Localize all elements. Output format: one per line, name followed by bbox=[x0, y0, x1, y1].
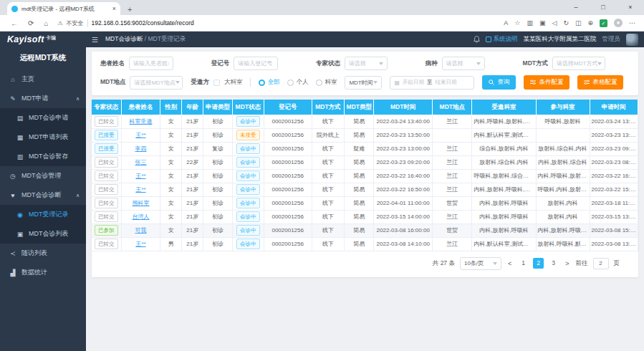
cell-patient-name: 王** bbox=[121, 183, 160, 196]
register-no-input[interactable] bbox=[238, 60, 274, 67]
column-header-invited-depts: 受邀科室 bbox=[472, 100, 536, 115]
search-button[interactable]: 查询 bbox=[482, 75, 516, 90]
reading-list-icon[interactable]: ▥ bbox=[527, 19, 533, 27]
sidebar-item-MDT会诊列表[interactable]: ▣MDT会诊列表 bbox=[0, 224, 86, 244]
cell-mdt-type: 简易 bbox=[345, 237, 374, 251]
date-range-picker[interactable]: ▦ 开始日期 至 结束日期 bbox=[390, 76, 474, 90]
big-dept-checkbox[interactable] bbox=[213, 80, 220, 86]
patient-name-link[interactable]: 张三 bbox=[135, 159, 147, 165]
sidebar-menu: ⌂主页✎MDT申请∧▤MDT会诊申请▦MDT申请列表▥MDT会诊暂存◷MDT会诊… bbox=[0, 69, 86, 282]
restore-button[interactable]: □ bbox=[590, 0, 617, 15]
sidebar-item-数据统计[interactable]: ▟数据统计 bbox=[0, 263, 86, 282]
translate-icon[interactable]: ⊕ bbox=[587, 19, 593, 27]
cell-apply-time: 2022-03-15 13:16:26 bbox=[590, 210, 638, 223]
sidebar-item-MDT会诊管理[interactable]: ◷MDT会诊管理 bbox=[0, 166, 86, 186]
page-size-select[interactable]: 10条/页 bbox=[460, 257, 501, 270]
home-icon[interactable]: ⌂ bbox=[44, 19, 48, 27]
page-number-3[interactable]: 3 bbox=[548, 258, 559, 269]
bell-icon[interactable] bbox=[474, 36, 480, 43]
browser-tab[interactable]: mdt受理记录 - 远程MDT系统 × bbox=[7, 2, 120, 15]
mdt-mode-select[interactable]: 请选择MDT方式 bbox=[552, 57, 605, 70]
condition-config-button[interactable]: 条件配置 bbox=[524, 75, 569, 90]
sidebar-item-MDT会诊暂存[interactable]: ▥MDT会诊暂存 bbox=[0, 147, 86, 166]
radio-all[interactable]: 全部 bbox=[259, 78, 279, 87]
minimize-button[interactable]: – bbox=[562, 0, 590, 15]
cell-age: 21岁 bbox=[182, 183, 203, 196]
sidebar-item-随访列表[interactable]: ≺随访列表 bbox=[0, 244, 86, 263]
tab-close-icon[interactable]: × bbox=[112, 5, 116, 12]
sidebar-item-MDT会诊申请[interactable]: ▤MDT会诊申请 bbox=[0, 108, 86, 128]
patient-name-link[interactable]: 熊科室 bbox=[133, 200, 150, 206]
records-table-card: 专家状态患者姓名性别年龄申请类型MDT状态登记号MDT方式MDT类型MDT时间M… bbox=[92, 100, 638, 277]
patient-name-link[interactable]: 王** bbox=[135, 132, 145, 138]
patient-name-link[interactable]: 科室受邀 bbox=[130, 118, 153, 125]
pagination: 共 27 条 10条/页 < 123 > 前往 页 bbox=[92, 251, 638, 274]
refresh-icon[interactable]: ⟳ bbox=[28, 19, 34, 27]
chevron-up-icon: ∧ bbox=[76, 193, 80, 198]
close-button[interactable]: × bbox=[617, 0, 644, 15]
prev-page-button[interactable]: < bbox=[506, 260, 513, 267]
sidebar-item-MDT申请列表[interactable]: ▦MDT申请列表 bbox=[0, 128, 86, 147]
chevron-up-icon: ∧ bbox=[76, 96, 80, 102]
patient-name-label: 患者姓名 bbox=[100, 59, 125, 68]
time-type-select[interactable]: MDT时间 bbox=[345, 76, 382, 90]
cell-age: 21岁 bbox=[182, 237, 203, 251]
start-date-placeholder: 开始日期 bbox=[403, 79, 424, 86]
not-secure-icon: ⚠ bbox=[57, 20, 62, 27]
table-config-button[interactable]: 表格配置 bbox=[577, 75, 623, 90]
back-icon[interactable]: ← bbox=[11, 19, 18, 27]
patient-name-link[interactable]: 王** bbox=[135, 173, 145, 179]
mute-icon[interactable]: ◁ bbox=[552, 19, 557, 27]
cast-icon[interactable]: ▣ bbox=[539, 19, 546, 27]
record-icon: ◉ bbox=[16, 211, 24, 218]
user-avatar[interactable] bbox=[626, 34, 638, 46]
patient-name-link[interactable]: 王** bbox=[135, 241, 145, 247]
cell-mdt-place: 兰江 bbox=[433, 115, 472, 128]
expert-status-select[interactable]: 请选择 bbox=[345, 57, 388, 70]
sync-icon[interactable]: ↻ bbox=[563, 19, 569, 27]
profile-icon[interactable]: ● bbox=[614, 19, 623, 27]
breadcrumb-section: MDT会诊诊断 bbox=[105, 35, 143, 42]
cell-expert-status: 已接受 bbox=[92, 128, 121, 142]
sidebar-item-MDT会诊诊断[interactable]: ♥MDT会诊诊断∧ bbox=[0, 186, 86, 205]
system-help-link[interactable]: 系统说明 bbox=[486, 35, 518, 44]
patient-name-input[interactable] bbox=[133, 60, 169, 67]
more-menu-icon[interactable]: ⋯ bbox=[629, 19, 635, 27]
register-no-label: 登记号 bbox=[211, 59, 230, 68]
cell-mdt-status: 会诊中 bbox=[232, 237, 264, 251]
disease-select[interactable]: 请选择 bbox=[442, 57, 485, 70]
not-secure-label: 不安全 bbox=[67, 19, 84, 27]
radio-personal[interactable]: 个人 bbox=[287, 78, 308, 87]
mdt-place-select[interactable]: 请选择MDT地点 bbox=[130, 76, 183, 90]
cell-expert-status: 已转交 bbox=[92, 196, 121, 210]
next-page-button[interactable]: > bbox=[564, 260, 570, 267]
cell-invited-depts: 综合科,放射科,内科 bbox=[472, 142, 536, 155]
patient-name-link[interactable]: 王** bbox=[135, 186, 145, 193]
radio-dept[interactable]: 科室 bbox=[316, 78, 337, 87]
menu-toggle-icon[interactable]: ☰ bbox=[92, 36, 98, 44]
sidebar-item-MDT受理记录[interactable]: ◉MDT受理记录 bbox=[0, 205, 86, 224]
page-number-1[interactable]: 1 bbox=[518, 258, 529, 269]
sidebar-item-MDT申请[interactable]: ✎MDT申请∧ bbox=[0, 89, 86, 108]
cell-gender: 女 bbox=[160, 223, 182, 237]
bookmark-star-icon[interactable]: ☆ bbox=[514, 19, 520, 27]
cell-apply-type: 初诊 bbox=[203, 128, 232, 142]
url-zone[interactable]: ⚠ 不安全 192.168.0.156:9002/consultate/reco… bbox=[57, 19, 504, 27]
adblock-icon[interactable]: ✓ bbox=[600, 19, 607, 27]
cell-mdt-type: 简易 bbox=[345, 183, 374, 196]
status-badge: 已转交 bbox=[95, 157, 118, 168]
goto-page-input[interactable] bbox=[593, 258, 609, 269]
patient-name-link[interactable]: 可我 bbox=[135, 227, 147, 234]
cell-invited-depts: 内科,默认科室,测试科室 bbox=[472, 237, 536, 251]
split-view-icon[interactable]: ◫ bbox=[575, 19, 582, 27]
register-no-input-wrap bbox=[234, 57, 278, 70]
sidebar-item-主页[interactable]: ⌂主页 bbox=[0, 69, 86, 89]
patient-name-link[interactable]: 台湾人 bbox=[133, 213, 150, 220]
patient-name-link[interactable]: 李四 bbox=[135, 145, 147, 152]
page-number-2[interactable]: 2 bbox=[533, 258, 544, 269]
new-tab-button[interactable]: + bbox=[128, 5, 132, 14]
cell-mdt-time: 2022-03-23 13:00:00 bbox=[374, 142, 433, 155]
zoom-text-icon[interactable]: A bbox=[504, 19, 508, 27]
cell-patient-name: 王** bbox=[121, 128, 160, 142]
bar-chart-icon: ▟ bbox=[9, 269, 16, 277]
